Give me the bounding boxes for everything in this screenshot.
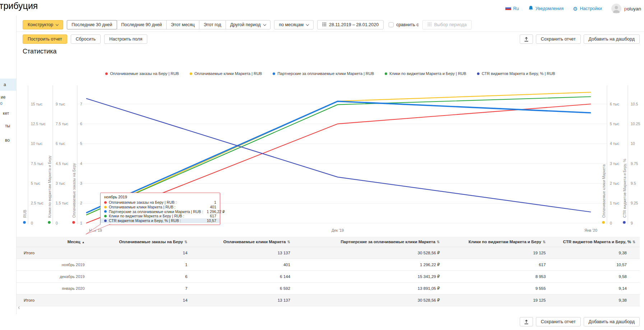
axis-tick-label: 2 xyxy=(80,201,82,205)
user-menu[interactable]: poluyan xyxy=(611,4,641,14)
add-to-dashboard-button[interactable]: Добавить на дашборд xyxy=(584,317,640,326)
tooltip-label: Оплачиваемые клики Маркета | RUB : xyxy=(109,205,176,209)
save-report-button[interactable]: Сохранить отчет xyxy=(536,317,581,326)
tooltip-label: Партнерские за оплачиваемые клики Маркет… xyxy=(109,209,203,214)
constructor-label: Конструктор xyxy=(28,22,53,27)
build-report-button[interactable]: Построить отчет xyxy=(23,34,67,44)
tooltip-row: Оплачиваемые заказы на Беру | RUB :1 xyxy=(101,200,220,205)
axis-tick-label: 5 xyxy=(80,141,82,146)
period-tab-1[interactable]: Последние 90 дней xyxy=(117,20,167,29)
column-header-label: Месяц xyxy=(68,240,80,244)
axis-tick-label: 2 тыс xyxy=(610,181,619,185)
axis-tick-label: 7.5 тыс xyxy=(31,161,43,166)
tooltip-row: Партнерские за оплачиваемые клики Маркет… xyxy=(101,209,220,214)
table-cell: декабрь 2019 xyxy=(17,270,98,282)
page-title: трибуция xyxy=(0,1,38,11)
settings-link[interactable]: ⚙ Настройки xyxy=(573,6,602,11)
table-cell: Итого xyxy=(17,294,98,306)
sort-asc-icon: ▲ xyxy=(82,241,85,244)
table-cell: 30 528,56 ₽ xyxy=(303,247,453,259)
table-cell: 9,58 xyxy=(559,270,640,282)
table-row: ноябрь 201914011 296,22 ₽61710,57 xyxy=(17,259,640,270)
language-switcher[interactable]: Ru xyxy=(505,6,519,11)
reset-button[interactable]: Сбросить xyxy=(71,34,101,44)
tooltip-value: 1 296,22 ₽ xyxy=(203,209,225,214)
notifications-label: Уведомления xyxy=(536,6,564,11)
axis-title: CTR виджетов Маркета и Беру, % xyxy=(622,159,627,218)
table-row: Итого1413 13730 528,56 ₽19 1259,38 xyxy=(17,247,640,259)
period-tab-3[interactable]: Этот год xyxy=(199,20,226,29)
table-cell: 14 xyxy=(98,294,200,306)
table-cell: 9,14 xyxy=(559,282,640,294)
save-report-button[interactable]: Сохранить отчет xyxy=(536,34,581,44)
period-tab-0[interactable]: Последние 30 дней xyxy=(67,20,117,29)
period-tab-2[interactable]: Этот месяц xyxy=(166,20,199,29)
axis-tick-label: 0 xyxy=(610,221,612,225)
period-tab-4[interactable]: Другой период xyxy=(226,20,270,29)
table-cell: 30 528,56 ₽ xyxy=(303,294,453,306)
tooltip-value: 1 xyxy=(210,200,216,205)
table-cell: 9 555 xyxy=(453,282,559,294)
header-right: Ru Уведомления ⚙ Настройки poluyan xyxy=(505,4,641,14)
axis-tick-label: 3 тыс xyxy=(610,161,619,166)
add-to-dashboard-button[interactable]: Добавить на дашборд xyxy=(584,34,640,44)
username: poluyan xyxy=(624,6,641,11)
filters-toolbar: Конструктор Последние 30 днейПоследние 9… xyxy=(23,20,472,29)
axis-title: Оплачиваемые клики Маркета xyxy=(602,164,606,218)
column-header-2[interactable]: Оплачиваемые клики Маркета⇅ xyxy=(200,237,303,247)
axis-tick-label: 15 тыс xyxy=(31,102,42,106)
sort-icon: ⇅ xyxy=(287,240,290,244)
tooltip-series-dot xyxy=(104,206,107,208)
table-cell: 1 xyxy=(98,259,200,270)
table-cell: 6 xyxy=(98,270,200,282)
table-cell: 13 137 xyxy=(200,247,303,259)
axis-tick-label: 1 тыс xyxy=(610,201,619,205)
line-chart: 02.5 тыс5 тыс7.5 тыс10 тыс12.5 тыс15 тыс… xyxy=(0,68,644,237)
column-header-1[interactable]: Оплачиваемые заказы на Беру⇅ xyxy=(98,237,200,247)
period-segments: Последние 30 днейПоследние 90 днейЭтот м… xyxy=(67,20,270,29)
table-cell: 1 296,22 ₽ xyxy=(303,259,453,270)
tooltip-label: Оплачиваемые заказы на Беру | RUB : xyxy=(109,200,177,205)
bell-icon xyxy=(528,5,533,12)
tooltip-row: Оплачиваемые клики Маркета | RUB :401 xyxy=(101,205,220,209)
column-header-label: CTR виджетов Маркета и Беру, % xyxy=(563,240,631,244)
compare-checkbox[interactable]: сравнить с xyxy=(389,22,419,27)
notifications-link[interactable]: Уведомления xyxy=(528,5,564,12)
tooltip-series-dot xyxy=(104,210,107,213)
period-tab-label: Последние 30 дней xyxy=(71,22,112,27)
chevron-left-icon[interactable]: ‹ xyxy=(18,304,20,311)
export-button[interactable] xyxy=(520,317,533,326)
report-actions-right-top: Сохранить отчет Добавить на дашборд xyxy=(520,34,640,44)
date-range-button[interactable]: 28.11.2019 – 28.01.2020 xyxy=(317,20,384,29)
axis-tick-label: 4.5 тыс xyxy=(56,161,68,166)
column-header-0[interactable]: Месяц▲ xyxy=(17,237,98,247)
table-cell: 15 341,29 ₽ xyxy=(303,270,453,282)
sort-icon: ⇅ xyxy=(184,240,187,244)
table-cell: 8 953 xyxy=(453,270,559,282)
period-tab-label: Другой период xyxy=(230,22,261,27)
axis-tick-label: 3 xyxy=(80,181,82,185)
column-header-5[interactable]: CTR виджетов Маркета и Беру, %⇅ xyxy=(559,237,640,247)
table-cell: 6 144 xyxy=(200,270,303,282)
chevron-down-icon xyxy=(263,23,266,25)
axis-tick-label: 6 xyxy=(80,122,82,126)
granularity-dropdown[interactable]: по месяцам xyxy=(274,20,314,29)
table-cell: Итого xyxy=(17,247,98,259)
configure-fields-button[interactable]: Настроить поля xyxy=(104,34,147,44)
chevron-down-icon xyxy=(56,23,59,25)
chart-tooltip: ноябрь 2019 Оплачиваемые заказы на Беру … xyxy=(100,193,220,225)
axis-series-dot xyxy=(623,221,626,224)
column-header-3[interactable]: Партнерские за оплачиваемые клики Маркет… xyxy=(303,237,453,247)
constructor-dropdown[interactable]: Конструктор xyxy=(23,20,63,29)
axis-tick-label: 10.5 xyxy=(631,102,638,106)
tooltip-value: 401 xyxy=(206,205,216,209)
axis-tick-label: 6 тыс xyxy=(56,141,65,146)
tooltip-pointer xyxy=(86,224,111,235)
axis-series-dot xyxy=(602,221,605,224)
axis-tick-label: 7.5 тыс xyxy=(56,122,68,126)
column-header-4[interactable]: Клики по виджетам Маркета и Беру⇅ xyxy=(453,237,559,247)
axis-tick-label: 7 xyxy=(80,102,82,106)
export-button[interactable] xyxy=(520,34,533,44)
calendar-grid-icon xyxy=(427,22,432,28)
axis-tick-label: 0 xyxy=(31,221,33,225)
